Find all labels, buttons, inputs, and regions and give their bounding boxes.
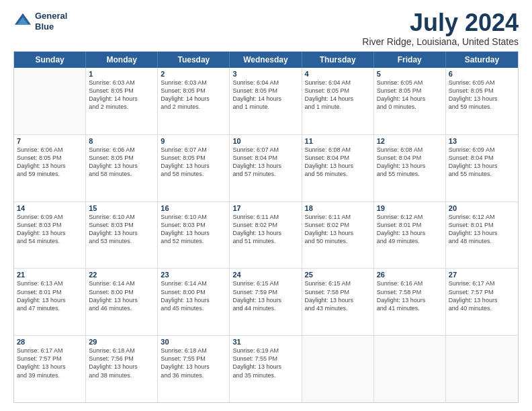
cell-text: Sunrise: 6:07 AM Sunset: 8:05 PM Dayligh…: [161, 146, 226, 179]
cell-text: Sunrise: 6:12 AM Sunset: 8:01 PM Dayligh…: [377, 213, 443, 246]
day-number: 25: [305, 271, 371, 279]
cell-text: Sunrise: 6:11 AM Sunset: 8:02 PM Dayligh…: [305, 213, 371, 246]
calendar-header: SundayMondayTuesdayWednesdayThursdayFrid…: [14, 52, 518, 68]
empty-cell: [446, 336, 518, 402]
day-number: 9: [161, 137, 226, 145]
day-cell-19: 19Sunrise: 6:12 AM Sunset: 8:01 PM Dayli…: [374, 202, 446, 269]
day-number: 17: [232, 204, 298, 212]
day-cell-10: 10Sunrise: 6:07 AM Sunset: 8:04 PM Dayli…: [230, 135, 302, 201]
day-number: 13: [449, 137, 515, 145]
day-cell-7: 7Sunrise: 6:06 AM Sunset: 8:05 PM Daylig…: [14, 135, 86, 201]
day-cell-30: 30Sunrise: 6:18 AM Sunset: 7:55 PM Dayli…: [158, 336, 230, 402]
cell-text: Sunrise: 6:17 AM Sunset: 7:57 PM Dayligh…: [17, 347, 83, 379]
day-number: 16: [161, 204, 226, 212]
day-number: 20: [449, 204, 515, 212]
day-cell-5: 5Sunrise: 6:05 AM Sunset: 8:05 PM Daylig…: [374, 68, 446, 134]
cell-text: Sunrise: 6:12 AM Sunset: 8:01 PM Dayligh…: [449, 213, 515, 246]
day-cell-2: 2Sunrise: 6:03 AM Sunset: 8:05 PM Daylig…: [158, 68, 230, 134]
day-cell-8: 8Sunrise: 6:06 AM Sunset: 8:05 PM Daylig…: [86, 135, 158, 201]
empty-cell: [14, 68, 86, 134]
day-number: 14: [17, 204, 83, 212]
day-number: 19: [377, 204, 443, 212]
day-number: 30: [161, 338, 226, 346]
cell-text: Sunrise: 6:19 AM Sunset: 7:55 PM Dayligh…: [232, 347, 298, 379]
day-number: 31: [232, 338, 298, 346]
empty-cell: [374, 336, 446, 402]
day-number: 11: [305, 137, 371, 145]
day-header-thursday: Thursday: [302, 52, 374, 68]
day-number: 29: [89, 338, 154, 346]
cell-text: Sunrise: 6:08 AM Sunset: 8:04 PM Dayligh…: [305, 146, 371, 179]
logo: General Blue: [13, 11, 67, 32]
page: General Blue July 2024 River Ridge, Loui…: [0, 0, 532, 411]
calendar-row-5: 28Sunrise: 6:17 AM Sunset: 7:57 PM Dayli…: [14, 336, 518, 402]
cell-text: Sunrise: 6:10 AM Sunset: 8:03 PM Dayligh…: [161, 213, 226, 246]
calendar: SundayMondayTuesdayWednesdayThursdayFrid…: [13, 51, 519, 403]
day-number: 3: [232, 70, 298, 78]
day-number: 23: [161, 271, 226, 279]
day-number: 1: [89, 70, 154, 78]
day-number: 5: [377, 70, 443, 78]
cell-text: Sunrise: 6:15 AM Sunset: 7:59 PM Dayligh…: [232, 279, 298, 312]
day-cell-3: 3Sunrise: 6:04 AM Sunset: 8:05 PM Daylig…: [230, 68, 302, 134]
day-header-sunday: Sunday: [14, 52, 86, 68]
cell-text: Sunrise: 6:08 AM Sunset: 8:04 PM Dayligh…: [377, 146, 443, 179]
day-number: 15: [89, 204, 154, 212]
day-cell-29: 29Sunrise: 6:18 AM Sunset: 7:56 PM Dayli…: [86, 336, 158, 402]
month-title: July 2024: [362, 11, 519, 35]
day-cell-26: 26Sunrise: 6:16 AM Sunset: 7:58 PM Dayli…: [374, 269, 446, 335]
calendar-row-4: 21Sunrise: 6:13 AM Sunset: 8:01 PM Dayli…: [14, 269, 518, 336]
day-number: 6: [449, 70, 515, 78]
day-number: 10: [232, 137, 298, 145]
cell-text: Sunrise: 6:09 AM Sunset: 8:04 PM Dayligh…: [449, 146, 515, 179]
cell-text: Sunrise: 6:03 AM Sunset: 8:05 PM Dayligh…: [161, 79, 226, 111]
day-number: 8: [89, 137, 154, 145]
cell-text: Sunrise: 6:14 AM Sunset: 8:00 PM Dayligh…: [161, 279, 226, 312]
day-number: 24: [232, 271, 298, 279]
day-number: 21: [17, 271, 83, 279]
day-number: 27: [449, 271, 515, 279]
day-cell-24: 24Sunrise: 6:15 AM Sunset: 7:59 PM Dayli…: [230, 269, 302, 335]
cell-text: Sunrise: 6:17 AM Sunset: 7:57 PM Dayligh…: [449, 279, 515, 312]
day-header-wednesday: Wednesday: [230, 52, 302, 68]
cell-text: Sunrise: 6:18 AM Sunset: 7:55 PM Dayligh…: [161, 347, 226, 379]
day-cell-17: 17Sunrise: 6:11 AM Sunset: 8:02 PM Dayli…: [230, 202, 302, 269]
day-header-tuesday: Tuesday: [158, 52, 230, 68]
day-cell-14: 14Sunrise: 6:09 AM Sunset: 8:03 PM Dayli…: [14, 202, 86, 269]
cell-text: Sunrise: 6:16 AM Sunset: 7:58 PM Dayligh…: [377, 279, 443, 312]
day-number: 28: [17, 338, 83, 346]
cell-text: Sunrise: 6:07 AM Sunset: 8:04 PM Dayligh…: [232, 146, 298, 179]
day-header-saturday: Saturday: [446, 52, 518, 68]
day-number: 18: [305, 204, 371, 212]
day-cell-15: 15Sunrise: 6:10 AM Sunset: 8:03 PM Dayli…: [86, 202, 158, 269]
calendar-body: 1Sunrise: 6:03 AM Sunset: 8:05 PM Daylig…: [14, 68, 518, 402]
day-number: 26: [377, 271, 443, 279]
day-number: 12: [377, 137, 443, 145]
day-cell-22: 22Sunrise: 6:14 AM Sunset: 8:00 PM Dayli…: [86, 269, 158, 335]
cell-text: Sunrise: 6:04 AM Sunset: 8:05 PM Dayligh…: [232, 79, 298, 111]
day-cell-6: 6Sunrise: 6:05 AM Sunset: 8:05 PM Daylig…: [446, 68, 518, 134]
day-number: 22: [89, 271, 154, 279]
day-cell-13: 13Sunrise: 6:09 AM Sunset: 8:04 PM Dayli…: [446, 135, 518, 201]
day-cell-4: 4Sunrise: 6:04 AM Sunset: 8:05 PM Daylig…: [302, 68, 374, 134]
day-number: 2: [161, 70, 226, 78]
calendar-row-3: 14Sunrise: 6:09 AM Sunset: 8:03 PM Dayli…: [14, 202, 518, 269]
day-cell-27: 27Sunrise: 6:17 AM Sunset: 7:57 PM Dayli…: [446, 269, 518, 335]
day-number: 7: [17, 137, 83, 145]
day-cell-9: 9Sunrise: 6:07 AM Sunset: 8:05 PM Daylig…: [158, 135, 230, 201]
day-cell-11: 11Sunrise: 6:08 AM Sunset: 8:04 PM Dayli…: [302, 135, 374, 201]
day-cell-18: 18Sunrise: 6:11 AM Sunset: 8:02 PM Dayli…: [302, 202, 374, 269]
location-title: River Ridge, Louisiana, United States: [362, 36, 519, 47]
day-cell-16: 16Sunrise: 6:10 AM Sunset: 8:03 PM Dayli…: [158, 202, 230, 269]
cell-text: Sunrise: 6:03 AM Sunset: 8:05 PM Dayligh…: [89, 79, 154, 111]
day-cell-12: 12Sunrise: 6:08 AM Sunset: 8:04 PM Dayli…: [374, 135, 446, 201]
day-cell-25: 25Sunrise: 6:15 AM Sunset: 7:58 PM Dayli…: [302, 269, 374, 335]
header: General Blue July 2024 River Ridge, Loui…: [13, 11, 519, 47]
day-header-monday: Monday: [86, 52, 158, 68]
logo-text: General Blue: [35, 11, 67, 32]
cell-text: Sunrise: 6:13 AM Sunset: 8:01 PM Dayligh…: [17, 279, 83, 312]
cell-text: Sunrise: 6:06 AM Sunset: 8:05 PM Dayligh…: [89, 146, 154, 179]
cell-text: Sunrise: 6:04 AM Sunset: 8:05 PM Dayligh…: [305, 79, 371, 111]
cell-text: Sunrise: 6:18 AM Sunset: 7:56 PM Dayligh…: [89, 347, 154, 379]
logo-icon: [13, 12, 32, 31]
